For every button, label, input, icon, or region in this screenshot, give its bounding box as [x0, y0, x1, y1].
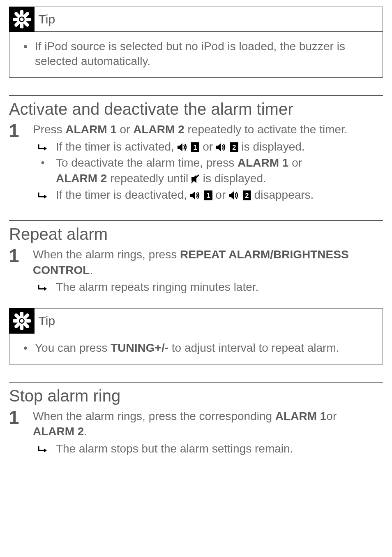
result-text: If the timer is deactivated, or disappea… — [56, 187, 383, 203]
result-line: If the timer is deactivated, or disappea… — [33, 187, 383, 203]
t: If the timer is deactivated, — [56, 188, 190, 201]
step-number: 1 — [9, 408, 21, 427]
t: is displayed. — [200, 172, 266, 185]
rule — [9, 220, 383, 221]
result-text: The alarm repeats ringing minutes later. — [56, 279, 383, 295]
tip-label: Tip — [39, 314, 55, 328]
t: . — [90, 264, 93, 276]
step: 1 When the alarm rings, press REPEAT ALA… — [9, 247, 383, 295]
asterisk-icon — [9, 308, 35, 334]
speaker-sound-icon — [190, 190, 201, 200]
speaker-mute-icon — [191, 174, 200, 184]
result-text: If the timer is activated, or is display… — [56, 139, 383, 155]
step-body: When the alarm rings, press the correspo… — [33, 408, 383, 457]
t: repeatedly until — [107, 172, 191, 185]
speaker-sound-icon — [178, 142, 188, 152]
tip-callout: Tip If iPod source is selected but no iP… — [9, 7, 383, 78]
t: or — [199, 140, 216, 153]
t: To deactivate the alarm time, press — [56, 156, 238, 169]
result-arrow-icon — [37, 279, 48, 294]
t: repeatedly to activate the timer. — [184, 123, 348, 136]
digit-1-icon — [191, 142, 199, 152]
step-number: 1 — [9, 122, 21, 140]
section-heading: Repeat alarm — [9, 225, 383, 244]
section-heading: Stop alarm ring — [9, 387, 383, 405]
t: to adjust interval to repeat alarm. — [168, 341, 339, 354]
result-arrow-icon — [37, 139, 48, 154]
t: ALARM 2 — [33, 425, 84, 438]
t: ALARM 2 — [133, 123, 184, 136]
t: ALARM 1 — [65, 123, 116, 136]
section-stop: Stop alarm ring 1 When the alarm rings, … — [9, 382, 383, 457]
step-body: Press ALARM 1 or ALARM 2 repeatedly to a… — [33, 122, 383, 203]
rule — [9, 382, 383, 383]
bullet-line: • To deactivate the alarm time, press AL… — [33, 155, 383, 186]
tip-body: You can press TUNING+/- to adjust interv… — [9, 333, 383, 364]
page: Tip If iPod source is selected but no iP… — [0, 0, 392, 473]
t: or — [288, 156, 302, 169]
step-main: Press ALARM 1 or ALARM 2 repeatedly to a… — [33, 122, 383, 137]
t: Press — [33, 123, 65, 136]
tip-body: If iPod source is selected but no iPod i… — [9, 32, 383, 77]
t: ALARM 2 — [56, 172, 107, 185]
t: disappears. — [251, 188, 314, 201]
step: 1 Press ALARM 1 or ALARM 2 repeatedly to… — [9, 122, 383, 203]
t: TUNING+/- — [111, 341, 168, 354]
tip-callout: Tip You can press TUNING+/- to adjust in… — [9, 308, 383, 364]
t: You can press — [35, 341, 111, 354]
result-line: The alarm stops but the alarm settings r… — [33, 441, 383, 457]
step-number: 1 — [9, 247, 21, 265]
tip-label: Tip — [39, 12, 55, 26]
digit-1-icon — [204, 190, 212, 200]
section-heading: Activate and deactivate the alarm timer — [9, 100, 383, 118]
result-arrow-icon — [37, 187, 48, 202]
result-text: The alarm stops but the alarm settings r… — [56, 441, 383, 457]
digit-2-icon — [243, 190, 251, 200]
t: is displayed. — [238, 140, 305, 153]
tip-text: If iPod source is selected but no iPod i… — [23, 39, 374, 69]
speaker-sound-icon — [216, 142, 227, 152]
t: . — [84, 425, 87, 438]
t: When the alarm rings, press the correspo… — [33, 410, 275, 422]
step: 1 When the alarm rings, press the corres… — [9, 408, 383, 457]
t: or — [326, 410, 337, 422]
section-repeat: Repeat alarm 1 When the alarm rings, pre… — [9, 220, 383, 295]
tip-header: Tip — [9, 7, 383, 32]
t: ALARM 1 — [275, 410, 326, 422]
result-line: The alarm repeats ringing minutes later. — [33, 279, 383, 295]
t: When the alarm rings, press — [33, 248, 180, 261]
section-activate: Activate and deactivate the alarm timer … — [9, 95, 383, 203]
step-body: When the alarm rings, press REPEAT ALARM… — [33, 247, 383, 295]
result-arrow-icon — [37, 441, 48, 456]
digit-2-icon — [230, 142, 238, 152]
result-line: If the timer is activated, or is display… — [33, 139, 383, 155]
tip-text: You can press TUNING+/- to adjust interv… — [23, 341, 374, 355]
bullet-marker: • — [37, 155, 48, 170]
step-main: When the alarm rings, press REPEAT ALARM… — [33, 247, 383, 278]
asterisk-icon — [9, 7, 35, 32]
t: or — [212, 188, 229, 201]
t: ALARM 1 — [238, 156, 288, 169]
tip-header: Tip — [9, 309, 383, 333]
step-main: When the alarm rings, press the correspo… — [33, 408, 383, 440]
t: or — [117, 123, 133, 136]
bullet-text: To deactivate the alarm time, press ALAR… — [56, 155, 383, 186]
t: If the timer is activated, — [56, 140, 178, 153]
rule — [9, 95, 383, 96]
speaker-sound-icon — [229, 190, 240, 200]
